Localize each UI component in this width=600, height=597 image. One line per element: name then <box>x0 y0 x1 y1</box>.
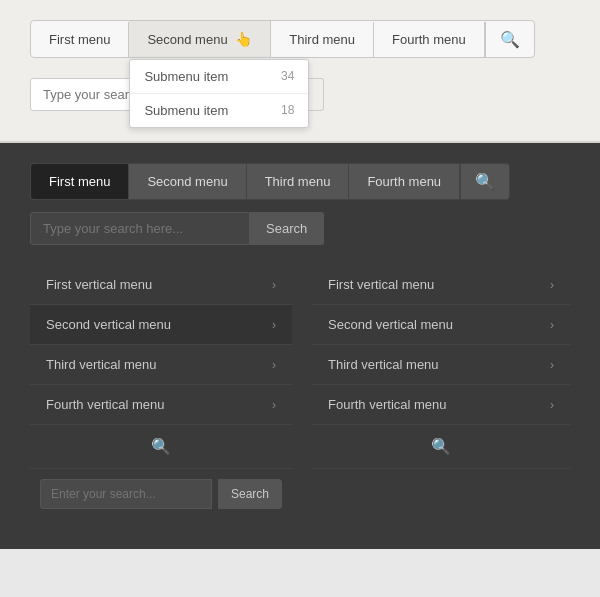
nav-item-second-menu[interactable]: Second menu <box>129 21 271 57</box>
chevron-right-icon: › <box>272 318 276 332</box>
dropdown-menu: Submenu item 34 Submenu item 18 <box>129 59 309 128</box>
dark-section: First menu Second menu Third menu Fourth… <box>0 143 600 549</box>
nav-item-second-menu-wrapper: Second menu Submenu item 34 Submenu item… <box>129 21 271 57</box>
v-menu-left-item-1[interactable]: First vertical menu › <box>30 265 292 305</box>
nav-item-first-menu[interactable]: First menu <box>31 22 129 57</box>
chevron-right-icon: › <box>272 278 276 292</box>
v-menu-right-item-2[interactable]: Second vertical menu › <box>312 305 570 345</box>
v-menu-left-item-2[interactable]: Second vertical menu › <box>30 305 292 345</box>
chevron-right-icon: › <box>272 398 276 412</box>
v-menu-right-search-row: 🔍 <box>312 425 570 469</box>
v-menu-left-search-row: 🔍 <box>30 425 292 469</box>
light-horizontal-nav: First menu Second menu Submenu item 34 S… <box>30 20 535 58</box>
v-menu-left-search-input[interactable] <box>40 479 212 509</box>
chevron-right-icon: › <box>550 358 554 372</box>
dark-search-button[interactable]: Search <box>250 212 324 245</box>
v-menu-right-search-icon[interactable]: 🔍 <box>431 437 451 456</box>
nav-search-icon[interactable]: 🔍 <box>485 22 534 57</box>
chevron-right-icon: › <box>550 318 554 332</box>
v-menu-left-item-3[interactable]: Third vertical menu › <box>30 345 292 385</box>
v-menu-left-item-4[interactable]: Fourth vertical menu › <box>30 385 292 425</box>
chevron-right-icon: › <box>550 278 554 292</box>
dark-horizontal-nav: First menu Second menu Third menu Fourth… <box>30 163 510 200</box>
dark-nav-search-icon[interactable]: 🔍 <box>460 164 509 199</box>
v-menu-left-search-button[interactable]: Search <box>218 479 282 509</box>
chevron-right-icon: › <box>550 398 554 412</box>
nav-item-third-menu[interactable]: Third menu <box>271 22 374 57</box>
light-section: First menu Second menu Submenu item 34 S… <box>0 0 600 143</box>
vertical-menus-row: First vertical menu › Second vertical me… <box>30 265 570 519</box>
dropdown-item-2[interactable]: Submenu item 18 <box>130 94 308 127</box>
v-menu-search-icon[interactable]: 🔍 <box>151 437 171 456</box>
dark-nav-item-third[interactable]: Third menu <box>247 164 350 199</box>
v-menu-right-item-1[interactable]: First vertical menu › <box>312 265 570 305</box>
dark-search-input[interactable] <box>30 212 250 245</box>
dark-nav-row: First menu Second menu Third menu Fourth… <box>30 163 570 245</box>
chevron-right-icon: › <box>272 358 276 372</box>
dark-nav-item-first[interactable]: First menu <box>31 164 129 199</box>
v-menu-right-item-3[interactable]: Third vertical menu › <box>312 345 570 385</box>
dark-search-bar: Search <box>30 212 324 245</box>
dark-nav-item-fourth[interactable]: Fourth menu <box>349 164 460 199</box>
right-vertical-menu: First vertical menu › Second vertical me… <box>312 265 570 519</box>
dark-nav-item-second[interactable]: Second menu <box>129 164 246 199</box>
dropdown-item-1[interactable]: Submenu item 34 <box>130 60 308 94</box>
v-menu-left-input-row: Search <box>30 469 292 519</box>
v-menu-right-item-4[interactable]: Fourth vertical menu › <box>312 385 570 425</box>
left-vertical-menu: First vertical menu › Second vertical me… <box>30 265 292 519</box>
nav-item-fourth-menu[interactable]: Fourth menu <box>374 22 485 57</box>
